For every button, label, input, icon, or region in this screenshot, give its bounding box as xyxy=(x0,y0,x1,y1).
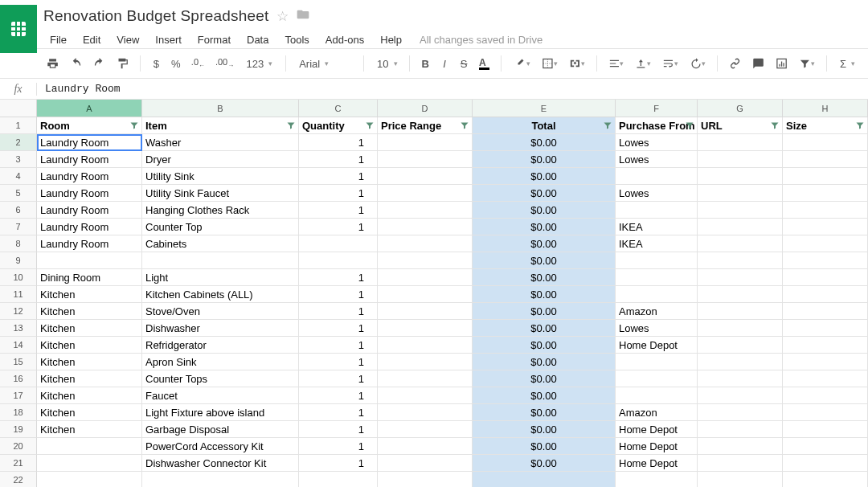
cell-url[interactable] xyxy=(698,235,783,252)
row-number[interactable]: 9 xyxy=(0,252,37,269)
cell-room[interactable]: Dining Room xyxy=(37,269,142,286)
cell-item[interactable]: Dishwasher xyxy=(142,320,299,337)
row-number[interactable]: 10 xyxy=(0,269,37,286)
cell-total[interactable]: $0.00 xyxy=(473,354,616,370)
cell-url[interactable] xyxy=(698,455,783,472)
star-icon[interactable]: ☆ xyxy=(276,8,289,25)
menu-file[interactable]: File xyxy=(43,31,73,49)
cell-price-range[interactable] xyxy=(378,421,473,438)
cell-purchase-from[interactable] xyxy=(616,286,698,303)
cell-price-range[interactable] xyxy=(378,404,473,421)
valign-button[interactable]: ▾ xyxy=(630,53,656,74)
col-header-B[interactable]: B xyxy=(142,100,299,117)
link-icon[interactable] xyxy=(724,53,746,74)
italic-button[interactable]: I xyxy=(436,53,453,74)
cell-quantity[interactable]: 1 xyxy=(299,421,378,438)
cell-size[interactable] xyxy=(783,219,868,235)
cell-quantity[interactable]: 1 xyxy=(299,387,378,404)
cell-price-range[interactable] xyxy=(378,134,473,151)
cell-total[interactable]: $0.00 xyxy=(473,320,616,337)
cell-quantity[interactable]: 1 xyxy=(299,370,378,387)
cell-room[interactable] xyxy=(37,455,142,472)
cell-url[interactable] xyxy=(698,320,783,337)
cell-room[interactable]: Kitchen xyxy=(37,404,142,421)
strike-button[interactable]: S xyxy=(455,53,473,74)
cell-size[interactable] xyxy=(783,421,868,438)
cell-purchase-from[interactable] xyxy=(616,370,698,387)
cell-item[interactable]: Stove/Oven xyxy=(142,303,299,320)
menu-help[interactable]: Help xyxy=(374,31,408,49)
cell-item[interactable]: Hanging Clothes Rack xyxy=(142,202,299,219)
col-header-C[interactable]: C xyxy=(299,100,378,117)
cell-purchase-from[interactable]: Lowes xyxy=(616,320,698,337)
cell-size[interactable] xyxy=(783,370,868,387)
cell-total[interactable]: $0.00 xyxy=(473,370,616,387)
cell-room[interactable]: Kitchen xyxy=(37,387,142,404)
cell-url[interactable] xyxy=(698,303,783,320)
cell-room[interactable]: Kitchen xyxy=(37,320,142,337)
cell-size[interactable] xyxy=(783,303,868,320)
halign-button[interactable]: ▾ xyxy=(604,53,629,74)
cell-size[interactable] xyxy=(783,269,868,286)
cell-price-range[interactable] xyxy=(378,455,473,472)
header-total[interactable]: Total xyxy=(473,117,616,134)
cell-item[interactable]: Refridgerator xyxy=(142,337,299,354)
cell-total[interactable]: $0.00 xyxy=(473,185,616,202)
cell-size[interactable] xyxy=(783,134,868,151)
cell-quantity[interactable]: 1 xyxy=(299,354,378,370)
cell-purchase-from[interactable]: IKEA xyxy=(616,235,698,252)
header-room[interactable]: Room xyxy=(37,117,142,134)
cell-url[interactable] xyxy=(698,269,783,286)
cell-purchase-from[interactable]: Home Depot xyxy=(616,455,698,472)
cell-quantity[interactable]: 1 xyxy=(299,185,378,202)
cell-url[interactable] xyxy=(698,219,783,235)
cell-size[interactable] xyxy=(783,320,868,337)
cell-quantity[interactable]: 1 xyxy=(299,168,378,185)
filter-toggle-icon[interactable] xyxy=(129,121,139,130)
col-header-G[interactable]: G xyxy=(698,100,783,117)
cell-room[interactable]: Kitchen xyxy=(37,303,142,320)
header-purchase-from[interactable]: Purchase From xyxy=(616,117,698,134)
select-all-cell[interactable] xyxy=(0,100,37,117)
cell-room[interactable] xyxy=(37,252,142,269)
dec-decimal[interactable]: .0← xyxy=(186,53,209,74)
row-number[interactable]: 3 xyxy=(0,151,37,168)
cell-price-range[interactable] xyxy=(378,387,473,404)
cell-item[interactable]: Light Fixture above island xyxy=(142,404,299,421)
cell-purchase-from[interactable]: IKEA xyxy=(616,219,698,235)
font-size-select[interactable]: 10▾ xyxy=(371,53,403,74)
cell-url[interactable] xyxy=(698,370,783,387)
cell-total[interactable]: $0.00 xyxy=(473,286,616,303)
font-select[interactable]: Arial▾ xyxy=(293,53,357,74)
row-number[interactable]: 17 xyxy=(0,387,37,404)
cell-price-range[interactable] xyxy=(378,337,473,354)
cell-item[interactable]: Kitchen Cabinets (ALL) xyxy=(142,286,299,303)
col-header-F[interactable]: F xyxy=(616,100,698,117)
print-icon[interactable] xyxy=(42,53,63,74)
spreadsheet-grid[interactable]: 1RoomItemQuantityPrice RangeTotalPurchas… xyxy=(0,117,868,487)
cell-url[interactable] xyxy=(698,168,783,185)
undo-icon[interactable] xyxy=(65,53,87,74)
cell-price-range[interactable] xyxy=(378,354,473,370)
sheets-logo[interactable] xyxy=(0,5,37,53)
cell-price-range[interactable] xyxy=(378,320,473,337)
cell-price-range[interactable] xyxy=(378,202,473,219)
row-number[interactable]: 15 xyxy=(0,354,37,370)
bold-button[interactable]: B xyxy=(416,53,434,74)
cell-total[interactable]: $0.00 xyxy=(473,134,616,151)
row-number[interactable]: 8 xyxy=(0,235,37,252)
cell-quantity[interactable] xyxy=(299,252,378,269)
cell-price-range[interactable] xyxy=(378,370,473,387)
cell-purchase-from[interactable] xyxy=(616,168,698,185)
cell-item[interactable]: Counter Tops xyxy=(142,370,299,387)
row-number[interactable]: 1 xyxy=(0,117,37,134)
cell-url[interactable] xyxy=(698,202,783,219)
cell-total[interactable]: $0.00 xyxy=(473,252,616,269)
row-number[interactable]: 5 xyxy=(0,185,37,202)
filter-toggle-icon[interactable] xyxy=(770,121,780,130)
cell-price-range[interactable] xyxy=(378,168,473,185)
cell-item[interactable]: Faucet xyxy=(142,387,299,404)
row-number[interactable]: 12 xyxy=(0,303,37,320)
format-more[interactable]: 123▾ xyxy=(240,53,280,74)
cell-room[interactable] xyxy=(37,472,142,487)
